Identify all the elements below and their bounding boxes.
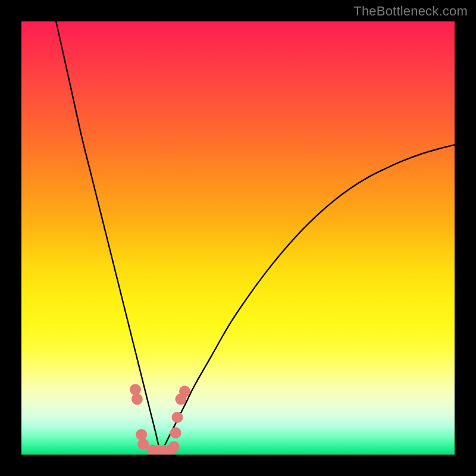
data-point [168, 441, 180, 452]
data-point [179, 386, 190, 397]
data-point [136, 429, 147, 440]
points-group [130, 384, 190, 455]
data-point [170, 427, 181, 439]
data-point [172, 412, 183, 423]
data-point [131, 393, 143, 405]
watermark-text: TheBottleneck.com [353, 4, 468, 19]
plot-area [21, 21, 455, 455]
points-layer [21, 21, 455, 455]
chart-stage: TheBottleneck.com [0, 0, 476, 476]
data-point [130, 384, 141, 395]
